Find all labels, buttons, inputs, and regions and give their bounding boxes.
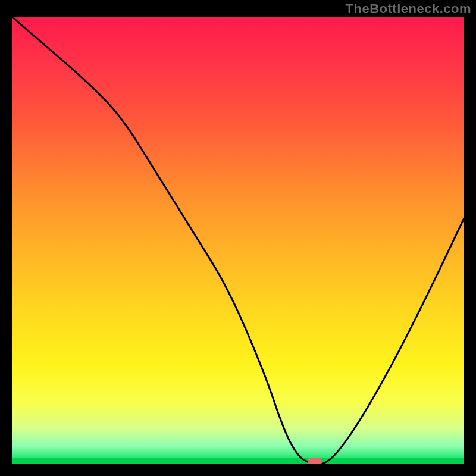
- bottleneck-curve-path: [12, 17, 464, 464]
- bottleneck-curve-svg: [12, 17, 464, 464]
- watermark-text: TheBottleneck.com: [346, 1, 471, 17]
- chart-frame: TheBottleneck.com: [0, 0, 476, 476]
- optimal-marker: [308, 458, 322, 464]
- plot-area: [12, 17, 464, 464]
